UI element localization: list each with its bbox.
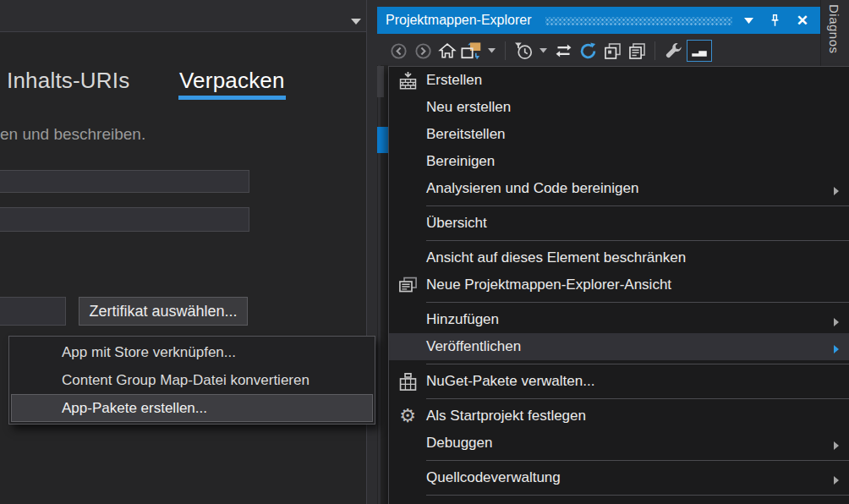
menu-item-label: Bereitstellen [426, 126, 506, 143]
submenu-arrow-icon [833, 184, 840, 200]
submenu-arrow-icon [833, 438, 840, 455]
back-button[interactable] [387, 39, 409, 63]
window-position-chevron-icon[interactable] [744, 18, 753, 24]
menu-item-ansicht-auf-dieses-element-beschr-nken[interactable]: Ansicht auf dieses Element beschränken [389, 244, 849, 271]
toolbar-separator [655, 41, 655, 60]
dropdown-chevron-icon[interactable] [485, 39, 497, 63]
tree-selected-item-sliver[interactable] [377, 127, 388, 153]
menu-item-label: Übersicht [426, 215, 487, 232]
editor-top-bar [0, 0, 366, 32]
show-all-files-button[interactable] [626, 39, 648, 63]
panel-title: Projektmappen-Explorer [386, 13, 532, 28]
menu-item-label: Analysieren und Code bereinigen [426, 180, 638, 197]
chevron-down-icon[interactable] [351, 13, 361, 28]
home-icon [438, 42, 457, 60]
menu-separator [426, 302, 849, 303]
submenu-item-app-mit-store-verkn-pfen[interactable]: App mit Store verknüpfen... [9, 338, 375, 366]
refresh-icon [579, 42, 597, 60]
diagnostics-side-tab[interactable]: Diagnos [820, 0, 849, 66]
menu-item-label: Neu erstellen [426, 99, 511, 116]
submenu-arrow-icon [833, 473, 840, 490]
active-tab-underline [178, 96, 286, 100]
choose-certificate-button[interactable]: Zertifikat auswählen... [79, 297, 248, 326]
menu-separator [426, 364, 849, 364]
menu-separator [426, 460, 849, 461]
gear-icon: ⚙ [389, 407, 426, 425]
menu-item-bereinigen[interactable]: Bereinigen [389, 148, 849, 175]
text-input-field[interactable] [0, 207, 249, 232]
wrench-button[interactable] [662, 39, 684, 63]
nuget-icon [389, 372, 426, 392]
menu-item-label: Quellcodeverwaltung [426, 469, 561, 486]
solution-explorer-titlebar[interactable]: Projektmappen-Explorer ✕ [377, 7, 820, 34]
tab-verpacken[interactable]: Verpacken [179, 68, 285, 94]
forward-icon [414, 42, 432, 60]
solution-explorer-toolbar [377, 37, 820, 64]
text-input-field[interactable] [0, 170, 249, 193]
properties-icon [604, 42, 622, 60]
menu-item-ver-ffentlichen[interactable]: Veröffentlichen [389, 333, 849, 360]
menu-item-nuget-pakete-verwalten[interactable]: NuGet-Pakete verwalten... [389, 368, 849, 395]
menu-item-erstellen[interactable]: Erstellen [389, 67, 849, 94]
submenu-item-label: App-Pakete erstellen... [62, 400, 207, 417]
menu-item-bersicht[interactable]: Übersicht [389, 210, 849, 237]
new-view-icon [389, 276, 426, 295]
menu-item-neu-erstellen[interactable]: Neu erstellen [389, 94, 849, 121]
preview-selected-icon [691, 45, 708, 58]
sync-icon [554, 43, 573, 58]
pending-changes-filter-icon [514, 41, 534, 61]
preview-selected-button[interactable] [687, 40, 712, 62]
submenu-arrow-icon [833, 315, 840, 331]
menu-item-label: Neue Projektmappen-Explorer-Ansicht [426, 277, 671, 293]
menu-item-analysieren-und-code-bereinigen[interactable]: Analysieren und Code bereinigen [389, 175, 849, 202]
publish-submenu: App mit Store verknüpfen...Content Group… [8, 336, 375, 425]
forward-button[interactable] [412, 39, 434, 63]
tab-inhalts-uris[interactable]: Inhalts-URIs [7, 68, 129, 94]
menu-item-label: Als Startprojekt festlegen [426, 408, 586, 425]
show-all-files-icon [628, 42, 646, 60]
properties-button[interactable] [601, 39, 623, 63]
project-context-menu: ErstellenNeu erstellenBereitstellenBerei… [388, 66, 849, 504]
refresh-button[interactable] [577, 39, 599, 63]
submenu-item-content-group-map-datei-konvertieren[interactable]: Content Group Map-Datei konvertieren [9, 366, 375, 394]
menu-item-label: Veröffentlichen [426, 338, 521, 355]
close-icon[interactable]: ✕ [797, 14, 808, 28]
solution-tree-sliver [377, 65, 388, 504]
submenu-item-label: Content Group Map-Datei konvertieren [62, 372, 309, 389]
pending-changes-filter-button[interactable] [512, 39, 534, 63]
manifest-editor-panel: Inhalts-URIs Verpacken en und beschreibe… [0, 0, 367, 504]
menu-item-label: Debuggen [426, 435, 492, 452]
switch-views-button[interactable] [461, 39, 483, 63]
menu-separator [426, 495, 849, 496]
titlebar-grip[interactable] [545, 17, 732, 25]
panel-gutter [367, 0, 377, 504]
dropdown-icon [540, 48, 547, 53]
wrench-icon [665, 42, 682, 60]
menu-item-debuggen[interactable]: Debuggen [389, 430, 849, 457]
toolbar-separator [505, 41, 506, 60]
menu-item-als-startprojekt-festlegen[interactable]: ⚙Als Startprojekt festlegen [389, 403, 849, 430]
submenu-item-label: App mit Store verknüpfen... [62, 344, 236, 361]
text-input-field[interactable] [0, 297, 66, 326]
menu-item-neue-projektmappen-explorer-ansicht[interactable]: Neue Projektmappen-Explorer-Ansicht [389, 271, 849, 299]
scrollbar-thumb[interactable] [377, 66, 384, 97]
visual-studio-window: Inhalts-URIs Verpacken en und beschreibe… [0, 0, 849, 504]
menu-item-hinzuf-gen[interactable]: Hinzufügen [389, 306, 849, 333]
sync-button[interactable] [552, 39, 574, 63]
switch-views-icon [461, 41, 483, 60]
build-icon [389, 71, 426, 90]
menu-item-bereitstellen[interactable]: Bereitstellen [389, 121, 849, 148]
menu-item-label: NuGet-Pakete verwalten... [426, 373, 594, 390]
pin-icon[interactable] [770, 14, 781, 27]
menu-item-ausschneiden[interactable]: ✂AusschneidenStrg+X [389, 499, 849, 504]
menu-separator [426, 240, 849, 241]
menu-item-label: Erstellen [426, 72, 482, 89]
dropdown-chevron-icon[interactable] [537, 39, 549, 63]
menu-item-label: Ansicht auf dieses Element beschränken [426, 249, 686, 266]
menu-item-label: Bereinigen [426, 153, 495, 170]
menu-item-quellcodeverwaltung[interactable]: Quellcodeverwaltung [389, 464, 849, 491]
dropdown-icon [488, 48, 496, 53]
home-button[interactable] [436, 39, 458, 63]
submenu-item-app-pakete-erstellen[interactable]: App-Pakete erstellen... [11, 394, 373, 422]
packaging-description-text: en und beschreiben. [0, 125, 145, 144]
